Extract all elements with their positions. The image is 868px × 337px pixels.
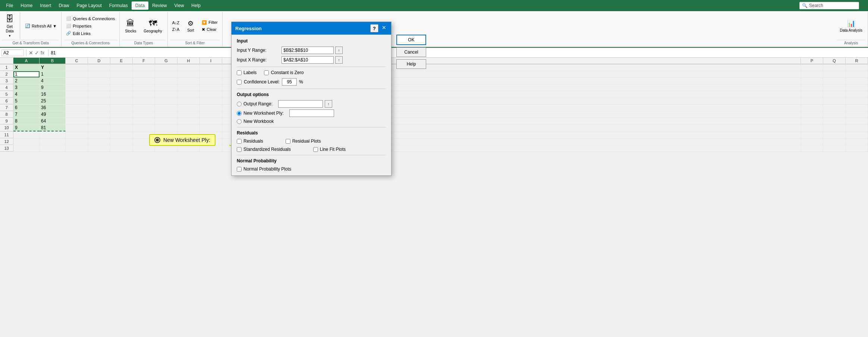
refresh-all-button[interactable]: 🔄 Refresh All ▼ [23,23,59,29]
col-header-f[interactable]: F [133,58,155,64]
col-header-r[interactable]: R [846,58,868,64]
cell-h1[interactable] [177,64,200,71]
menu-insert[interactable]: Insert [36,1,55,10]
cell-b10[interactable]: 81 [40,125,66,131]
regression-dialog[interactable]: Regression ? ✕ OK Cancel Help Input Inpu… [231,22,391,152]
residual-plots-checkbox-item[interactable]: Residual Plots [286,139,321,144]
col-header-q[interactable]: Q [823,58,846,64]
col-header-d[interactable]: D [88,58,110,64]
col-header-i[interactable]: I [200,58,222,64]
filter-button[interactable]: 🔽 Filter [199,19,220,26]
col-header-a[interactable]: A [13,58,40,64]
line-fit-checkbox-item[interactable]: Line Fit Plots [313,147,346,152]
constant-zero-checkbox-item[interactable]: Constant is Zero [264,70,304,75]
cell-b6[interactable]: 25 [40,98,66,104]
cell-r1[interactable] [846,64,868,71]
new-workbook-radio[interactable] [237,119,242,124]
cell-a1[interactable]: X [13,64,40,71]
labels-checkbox-item[interactable]: Labels [237,70,257,75]
cell-b3[interactable]: 4 [40,78,66,84]
ok-button[interactable]: OK [396,35,426,45]
cell-b8[interactable]: 49 [40,111,66,118]
cancel-formula-icon[interactable]: ✕ [29,50,33,56]
cell-p2[interactable] [801,71,823,77]
cell-reference-box[interactable] [1,50,24,56]
search-area[interactable]: 🔍 Search [799,2,859,9]
cell-a7[interactable]: 6 [13,105,40,111]
constant-zero-checkbox[interactable] [264,70,269,75]
menu-data[interactable]: Data [132,1,148,10]
confirm-formula-icon[interactable]: ✓ [35,50,39,56]
cell-q1[interactable] [823,64,846,71]
cell-p1[interactable] [801,64,823,71]
cell-a8[interactable]: 7 [13,111,40,118]
new-worksheet-radio[interactable] [237,111,242,116]
help-button[interactable]: Help [396,59,426,69]
cell-b2[interactable]: 1 [40,71,66,77]
menu-review[interactable]: Review [148,1,170,10]
cell-a4[interactable]: 3 [13,85,40,91]
dialog-help-icon-btn[interactable]: ? [370,24,378,32]
output-range-input[interactable] [278,100,323,108]
input-x-range-btn[interactable]: ↑ [335,56,343,64]
data-analysis-button[interactable]: 📊 Data Analysis [837,18,865,34]
insert-function-icon[interactable]: fx [41,50,44,55]
cell-b5[interactable]: 16 [40,91,66,98]
menu-file[interactable]: File [2,1,17,10]
menu-page-layout[interactable]: Page Layout [73,1,105,10]
cell-r2[interactable] [846,71,868,77]
dialog-close-button[interactable]: ✕ [381,24,387,31]
cell-c3[interactable] [66,78,88,84]
cell-d2[interactable] [88,71,110,77]
menu-home[interactable]: Home [17,1,36,10]
cell-a9[interactable]: 8 [13,118,40,124]
cell-b4[interactable]: 9 [40,85,66,91]
col-header-e[interactable]: E [110,58,133,64]
col-header-b[interactable]: B [40,58,66,64]
col-header-g[interactable]: G [155,58,177,64]
cell-a10[interactable]: 9 [13,125,40,131]
sort-button[interactable]: ⚙ Sort [183,18,198,34]
properties-button[interactable]: ⬜ Properties [64,23,117,29]
menu-view[interactable]: View [171,1,188,10]
cell-a6[interactable]: 5 [13,98,40,104]
cell-c1[interactable] [66,64,88,71]
menu-draw[interactable]: Draw [55,1,73,10]
input-y-range-btn[interactable]: ↑ [335,47,343,54]
confidence-value-input[interactable] [282,78,297,86]
col-header-h[interactable]: H [177,58,200,64]
new-worksheet-input[interactable] [289,109,334,117]
input-y-field[interactable] [282,47,334,54]
residuals-checkbox[interactable] [237,139,242,144]
cell-e1[interactable] [110,64,133,71]
col-header-c[interactable]: C [66,58,88,64]
stocks-button[interactable]: 🏛 Stocks [122,17,139,35]
cell-i1[interactable] [200,64,222,71]
clear-button[interactable]: ✖ Clear [199,26,220,33]
cancel-button[interactable]: Cancel [396,47,426,57]
cell-d1[interactable] [88,64,110,71]
cell-q2[interactable] [823,71,846,77]
cell-a2[interactable]: 1 [13,71,40,77]
menu-formulas[interactable]: Formulas [106,1,132,10]
residual-plots-checkbox[interactable] [286,139,290,144]
new-worksheet-radio-item[interactable]: New Worksheet Ply: [237,109,386,117]
cell-a3[interactable]: 2 [13,78,40,84]
cell-i2[interactable] [200,71,222,77]
cell-e2[interactable] [110,71,133,77]
menu-help[interactable]: Help [188,1,204,10]
cell-a5[interactable]: 4 [13,91,40,98]
cell-f2[interactable] [133,71,155,77]
cell-c2[interactable] [66,71,88,77]
sort-za-button[interactable]: Z↑A [170,26,182,32]
cell-g1[interactable] [155,64,177,71]
edit-links-button[interactable]: 🔗 Edit Links [64,30,117,36]
formula-input[interactable] [51,50,867,55]
line-fit-checkbox[interactable] [313,147,318,152]
cell-b1[interactable]: Y [40,64,66,71]
labels-checkbox[interactable] [237,70,242,75]
output-range-radio[interactable] [237,102,242,106]
cell-h2[interactable] [177,71,200,77]
output-range-btn[interactable]: ↑ [325,100,332,108]
get-data-button[interactable]: 🗄 GetData ▼ [2,13,17,39]
